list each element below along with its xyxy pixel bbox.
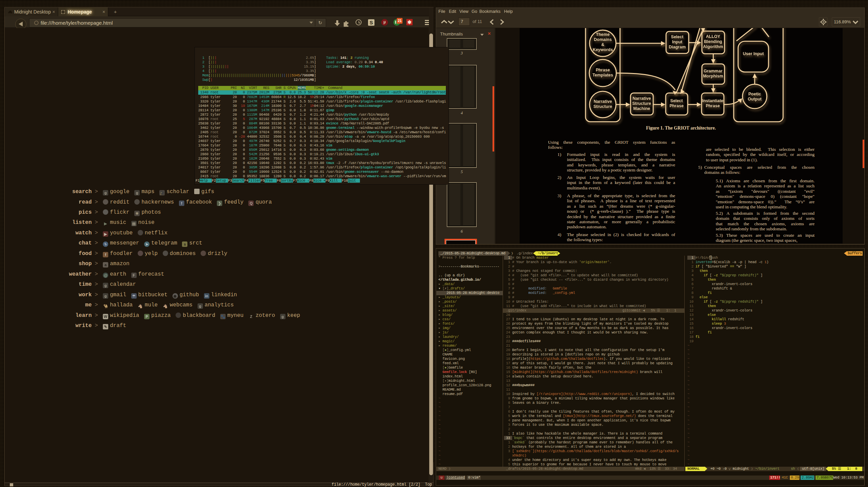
svg-text:Input: Input — [672, 40, 683, 44]
svg-text:Templates: Templates — [593, 73, 613, 77]
svg-text:Keywords: Keywords — [593, 47, 613, 52]
svg-text:Phrase: Phrase — [706, 103, 720, 108]
svg-text:User Input: User Input — [743, 51, 764, 56]
svg-text:&: & — [601, 42, 604, 47]
svg-text:Machine: Machine — [633, 106, 650, 111]
svg-text:Output: Output — [748, 97, 762, 101]
svg-text:Instantiate: Instantiate — [702, 98, 724, 103]
svg-text:Narrative: Narrative — [633, 96, 651, 101]
svg-text:Phrase: Phrase — [669, 103, 684, 108]
svg-text:Theme: Theme — [596, 32, 610, 37]
svg-text:Structure: Structure — [632, 101, 651, 106]
svg-text:Poetic: Poetic — [748, 92, 761, 96]
svg-text:ALLOY: ALLOY — [706, 34, 721, 39]
svg-text:Phrase: Phrase — [596, 68, 610, 72]
svg-text:Morphism: Morphism — [703, 74, 723, 78]
svg-text:Blending: Blending — [704, 39, 722, 44]
svg-text:Narrative: Narrative — [594, 99, 612, 104]
svg-text:Structure: Structure — [593, 104, 612, 109]
svg-text:Grammar: Grammar — [704, 69, 723, 73]
svg-text:Domains: Domains — [594, 37, 612, 42]
svg-text:Diagram: Diagram — [669, 45, 686, 49]
svg-text:Select: Select — [671, 34, 684, 39]
svg-text:Select: Select — [670, 98, 683, 103]
svg-text:Algorithm: Algorithm — [703, 44, 723, 49]
